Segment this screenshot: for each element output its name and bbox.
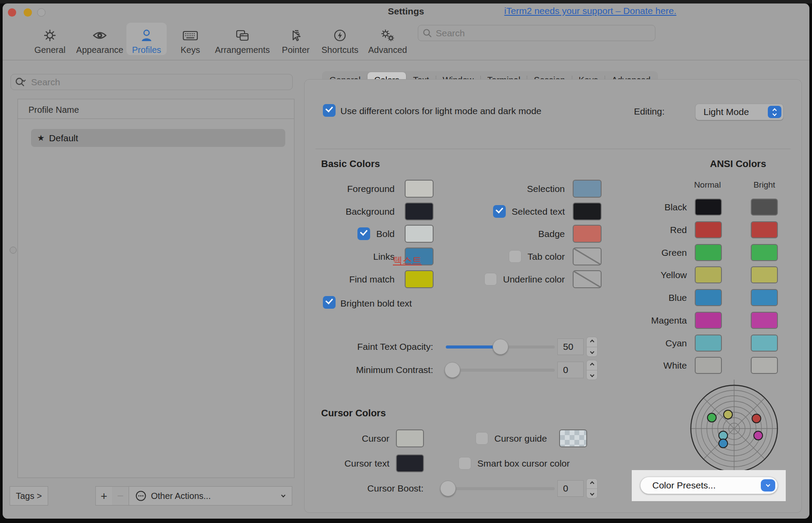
smart-box-row: Smart box cursor color: [458, 454, 570, 472]
toolbar-label: General: [34, 45, 65, 55]
wheel-dot-green: [707, 413, 716, 422]
ansi-normal-well[interactable]: [695, 199, 722, 216]
ansi-label: Blue: [668, 293, 687, 303]
wheel-dot-red: [752, 414, 761, 423]
toolbar-label: Advanced: [368, 45, 407, 55]
toolbar-item-general[interactable]: General: [30, 23, 70, 55]
color-presets-popup[interactable]: Color Presets...: [640, 477, 778, 494]
cursor-color-well[interactable]: [396, 429, 424, 447]
ansi-normal-well[interactable]: [695, 266, 722, 283]
popup-stepper-cap: [768, 106, 781, 118]
colors-tab-panel: Use different colors for light mode and …: [304, 79, 802, 513]
ansi-label: Cyan: [665, 338, 687, 349]
smart-box-checkbox[interactable]: [458, 457, 471, 470]
popup-chevron-cap: [761, 479, 775, 492]
profile-row-default[interactable]: ★ Default: [31, 129, 285, 147]
color-row-foreground: Foreground: [304, 180, 434, 198]
ansi-normal-header: Normal: [694, 180, 721, 190]
toolbar-label: Arrangements: [215, 45, 270, 55]
toolbar-item-arrangements[interactable]: Arrangements: [208, 23, 276, 55]
chevron-down-icon: [766, 483, 770, 487]
ansi-normal-well[interactable]: [695, 289, 722, 306]
ansi-bright-well[interactable]: [751, 289, 778, 306]
foreground-color-well[interactable]: [405, 180, 434, 198]
ansi-bright-well[interactable]: [751, 357, 778, 374]
cursor-row: Cursor: [304, 429, 424, 447]
ansi-row-black: Black: [304, 199, 778, 216]
eye-icon: [92, 27, 107, 44]
add-profile-button[interactable]: +: [95, 486, 112, 506]
color-label: Cursor text: [344, 458, 389, 469]
ansi-label: White: [663, 360, 687, 371]
donate-link[interactable]: iTerm2 needs your support – Donate here.: [504, 6, 676, 16]
toolbar-divider: [3, 60, 809, 60]
color-label: Foreground: [347, 184, 395, 194]
ansi-bright-well[interactable]: [751, 335, 778, 352]
ansi-bright-well[interactable]: [751, 312, 778, 329]
editing-mode-popup[interactable]: Light Mode: [695, 104, 784, 120]
ansi-normal-well[interactable]: [695, 335, 722, 352]
toolbar-item-shortcuts[interactable]: Shortcuts: [316, 23, 364, 55]
profile-list: Profile Name ★ Default: [18, 99, 294, 478]
cursor-guide-color-well[interactable]: [559, 429, 587, 447]
ansi-label: Magenta: [651, 315, 687, 326]
search-placeholder: Search: [31, 77, 60, 87]
ansi-bright-well[interactable]: [751, 244, 778, 261]
chevron-down-icon: [590, 491, 594, 495]
ansi-bright-well[interactable]: [751, 266, 778, 283]
toolbar-label: Appearance: [76, 45, 123, 55]
red-text-annotation: 텍스트: [393, 254, 422, 267]
ansi-row-blue: Blue: [304, 289, 778, 306]
wheel-dot-yellow: [724, 410, 732, 419]
ansi-normal-well[interactable]: [695, 244, 722, 261]
toolbar-item-appearance[interactable]: Appearance: [72, 23, 128, 55]
cursor-boost-slider[interactable]: [442, 487, 555, 490]
toolbar-item-keys[interactable]: Keys: [171, 23, 210, 55]
ansi-row-cyan: Cyan: [304, 335, 778, 352]
editing-mode-value: Light Mode: [704, 107, 749, 117]
ellipsis-circle-icon: [135, 490, 147, 502]
ansi-normal-well[interactable]: [695, 221, 722, 238]
chevron-down-icon: [773, 112, 777, 116]
toolbar-label: Pointer: [282, 45, 309, 55]
basic-colors-heading: Basic Colors: [321, 158, 380, 170]
cursor-boost-stepper[interactable]: [586, 478, 598, 499]
color-row-selection: Selection: [436, 180, 602, 198]
cursor-guide-checkbox[interactable]: [476, 432, 488, 445]
wheel-dot-blue: [719, 439, 728, 448]
ansi-bright-header: Bright: [751, 180, 778, 190]
ansi-label: Black: [665, 202, 687, 213]
slider-knob[interactable]: [440, 481, 456, 496]
toolbar-item-profiles[interactable]: Profiles: [126, 23, 167, 55]
ansi-row-red: Red: [304, 221, 778, 238]
remove-profile-button[interactable]: −: [112, 486, 129, 506]
profile-search-input[interactable]: Search: [10, 74, 293, 90]
ansi-row-green: Green: [304, 244, 778, 261]
different-colors-checkbox[interactable]: [323, 104, 336, 117]
ansi-colors-heading: ANSI Colors: [698, 158, 778, 170]
ansi-bright-well[interactable]: [751, 199, 778, 216]
presets-spotlight: Color Presets...: [632, 470, 786, 501]
color-wheel: [686, 375, 783, 475]
wheel-dot-magenta: [754, 431, 763, 440]
ansi-bright-well[interactable]: [751, 221, 778, 238]
star-icon: ★: [37, 133, 45, 143]
toolbar-item-advanced[interactable]: Advanced: [363, 23, 412, 55]
selection-color-well[interactable]: [573, 180, 602, 198]
other-actions-popup[interactable]: Other Actions...: [129, 486, 292, 506]
cursor-boost-row: Cursor Boost: 0: [304, 480, 611, 498]
search-menu-icon: [15, 77, 28, 87]
gears-icon: [380, 27, 396, 44]
cursor-text-color-well[interactable]: [396, 454, 424, 472]
ansi-normal-well[interactable]: [695, 312, 722, 329]
ansi-normal-well[interactable]: [695, 357, 722, 374]
toolbar-search-input[interactable]: Search: [418, 25, 655, 41]
cursor-text-row: Cursor text: [304, 454, 424, 472]
tags-button[interactable]: Tags >: [10, 486, 48, 506]
ansi-row-white: White: [304, 357, 778, 374]
cursor-boost-value[interactable]: 0: [557, 480, 584, 497]
toolbar-item-pointer[interactable]: Pointer: [275, 23, 317, 55]
window-edge-dot: [10, 247, 17, 254]
color-label: Smart box cursor color: [477, 458, 570, 469]
gear-icon: [43, 27, 57, 44]
